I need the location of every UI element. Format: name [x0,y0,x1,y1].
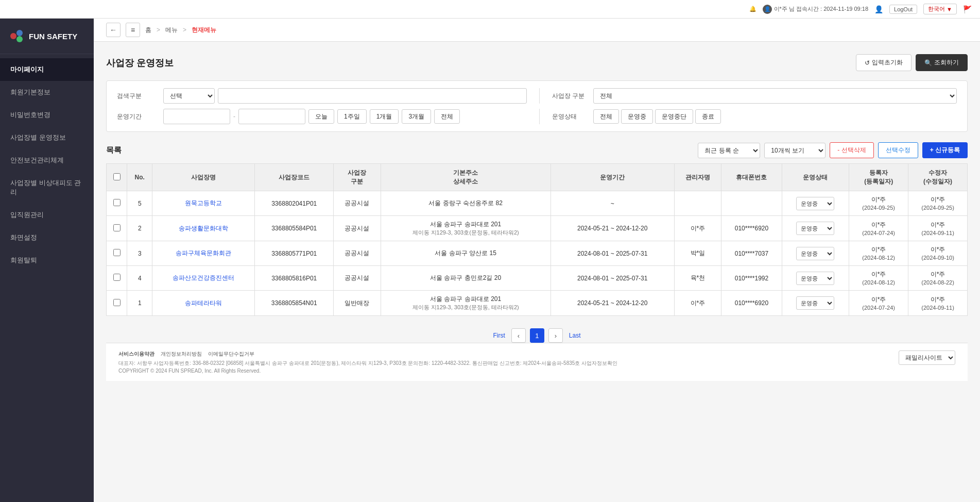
row-period: 2024-08-01 ~ 2025-07-31 [551,266,674,291]
row-checkbox[interactable] [107,266,127,291]
row-checkbox-input[interactable] [113,299,121,306]
date-from-input[interactable] [163,109,230,124]
row-phone: 010****6920 [721,216,782,241]
row-status[interactable]: 운영중 운영중단 종료 [782,266,849,291]
status-ended-btn[interactable]: 종료 [695,109,721,124]
footer-terms-link[interactable]: 서비스이용약관 [118,350,154,358]
row-name[interactable]: 송파테라타워 [152,291,254,316]
row-checkbox-input[interactable] [113,249,121,256]
lang-button[interactable]: 한국어 ▼ [923,4,957,14]
row-modifier: 이*주(2024-09-10) [908,241,968,266]
quick-week-btn[interactable]: 1주일 [337,109,367,124]
row-code: 3368805584P01 [255,216,334,241]
row-no: 4 [127,266,152,291]
row-type: 일반매장 [334,291,381,316]
row-type: 공공시설 [334,191,381,216]
sidebar-item-member-info[interactable]: 회원기본정보 [0,81,94,104]
footer-email-link[interactable]: 이메일무단수집거부 [208,350,254,358]
svg-point-1 [16,30,23,36]
back-button[interactable]: ← [106,23,121,37]
status-select[interactable]: 운영중 운영중단 종료 [796,296,834,310]
status-select[interactable]: 운영중 운영중단 종료 [796,222,834,235]
sidebar-item-withdraw[interactable]: 회원탈퇴 [0,249,94,272]
row-no: 3 [127,241,152,266]
row-checkbox-input[interactable] [113,224,121,231]
status-select[interactable]: 운영중 운영중단 종료 [796,197,834,210]
menu-button[interactable]: ≡ [126,23,140,37]
quick-3month-btn[interactable]: 3개월 [402,109,431,124]
status-label: 운영상태 [552,112,593,121]
logo-icon [8,28,25,44]
row-checkbox[interactable] [107,216,127,241]
row-name[interactable]: 원묵고등학교 [152,191,254,216]
row-checkbox-input[interactable] [113,199,121,206]
notification-icon[interactable]: 🔔 [749,6,757,12]
col-manager: 관리자명 [674,164,721,191]
data-table: No. 사업장명 사업장코드 사업장구분 기본주소상세주소 운영기간 관리자명 … [106,163,968,316]
logo-text: FUN SAFETY [29,32,77,41]
row-checkbox[interactable] [107,191,127,216]
family-site-select[interactable]: 패밀리사이트 [899,350,955,365]
row-checkbox[interactable] [107,241,127,266]
footer-privacy-link[interactable]: 개인정보처리방침 [161,350,202,358]
status-select[interactable]: 운영중 운영중단 종료 [796,272,834,285]
sidebar-nav: 마이페이지 회원기본정보 비밀번호변경 사업장별 운영정보 안전보건관리체계 사… [0,54,94,502]
sidebar-item-employee-mgmt[interactable]: 입직원관리 [0,204,94,226]
quick-today-btn[interactable]: 오늘 [308,109,334,124]
col-name: 사업장명 [152,164,254,191]
row-name[interactable]: 송파산모건강증진센터 [152,266,254,291]
row-modifier: 이*주(2024-08-22) [908,266,968,291]
count-select[interactable]: 10개씩 보기 20개씩 보기 50개씩 보기 [764,143,826,158]
sidebar-item-safety-mgmt[interactable]: 안전보건관리체계 [0,149,94,172]
search-icon: 🔍 [924,59,932,66]
row-checkbox-input[interactable] [113,274,121,281]
table-row: 5 원묵고등학교 3368802041P01 공공시설 서울 중랑구 숙선옹주로… [107,191,968,216]
search-type-select[interactable]: 선택 사업장명 사업장코드 [163,88,215,104]
logout-button[interactable]: LogOut [889,5,917,14]
first-page-button[interactable]: First [491,330,507,341]
sidebar-item-emergency-mgmt[interactable]: 사업장별 비상대피도 관리 [0,172,94,204]
col-address: 기본주소상세주소 [381,164,551,191]
last-page-button[interactable]: Last [567,330,583,341]
search-input[interactable] [218,88,527,104]
footer-copyright: COPYRIGHT © 2024 FUN SPREAD, Inc. All Ri… [118,368,617,374]
status-select[interactable]: 운영중 운영중단 종료 [796,247,834,260]
row-code: 3368805854N01 [255,291,334,316]
row-status[interactable]: 운영중 운영중단 종료 [782,191,849,216]
row-code: 3368805816P01 [255,266,334,291]
new-register-button[interactable]: + 신규등록 [922,142,968,158]
status-active-btn[interactable]: 운영중 [621,109,653,124]
quick-month-btn[interactable]: 1개월 [370,109,399,124]
edit-selected-button[interactable]: 선택수정 [878,142,918,158]
delete-selected-button[interactable]: - 선택삭제 [830,142,873,158]
footer-address: 대표자: 서항우 사업자등록번호: 336-88-02322 [06858] 서… [118,360,617,367]
col-checkbox [107,164,127,191]
row-type: 공공시설 [334,241,381,266]
workplace-type-select[interactable]: 전체 공공시설 일반매장 [593,88,957,104]
breadcrumb-home[interactable]: 홈 [145,26,151,35]
next-page-button[interactable]: › [548,328,563,343]
row-status[interactable]: 운영중 운영중단 종료 [782,291,849,316]
row-status[interactable]: 운영중 운영중단 종료 [782,216,849,241]
row-name[interactable]: 송파구체육문화회관 [152,241,254,266]
breadcrumb-menu[interactable]: 메뉴 [165,26,178,35]
date-to-input[interactable] [238,109,305,124]
reset-button[interactable]: ↺ 입력초기화 [856,54,912,71]
row-checkbox[interactable] [107,291,127,316]
search-form: 검색구분 선택 사업장명 사업장코드 사업장 구분 [106,80,968,132]
sidebar-item-screen-settings[interactable]: 화면설정 [0,226,94,249]
row-status[interactable]: 운영중 운영중단 종료 [782,241,849,266]
sidebar-item-password[interactable]: 비밀번호변경 [0,104,94,126]
row-name[interactable]: 송파생활문화대학 [152,216,254,241]
status-stopped-btn[interactable]: 운영중단 [655,109,693,124]
sidebar-item-workplace-ops[interactable]: 사업장별 운영정보 [0,126,94,149]
sort-select[interactable]: 최근 등록 순 오래된 순 [698,143,760,158]
select-all-checkbox[interactable] [113,173,121,180]
page-1-button[interactable]: 1 [530,328,544,343]
search-button[interactable]: 🔍 조회하기 [916,54,968,71]
row-phone: 010****1992 [721,266,782,291]
quick-all-btn[interactable]: 전체 [434,109,460,124]
sidebar-item-mypage[interactable]: 마이페이지 [0,58,94,81]
prev-page-button[interactable]: ‹ [511,328,526,343]
status-all-btn[interactable]: 전체 [593,109,619,124]
